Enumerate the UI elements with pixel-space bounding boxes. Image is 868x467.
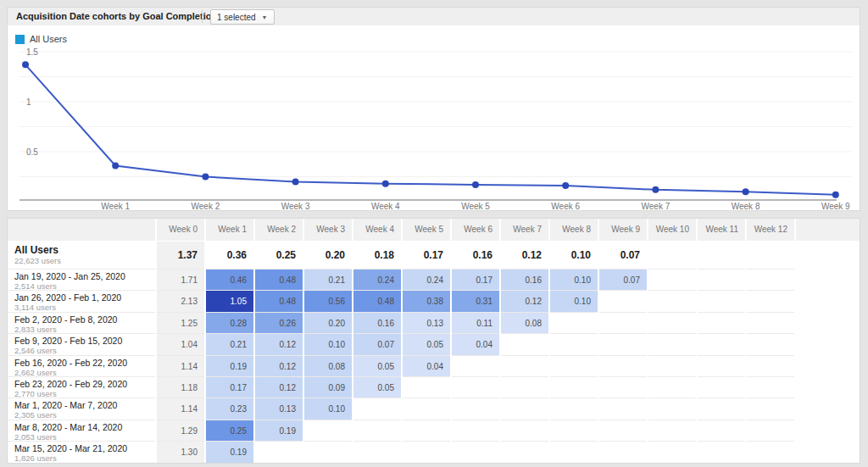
x-axis-tick-label: Week 4	[371, 202, 400, 210]
cohort-cell: 0.24	[353, 269, 401, 291]
cohort-cell	[550, 312, 598, 334]
x-axis-tick-label: Week 1	[101, 202, 130, 210]
data-point	[22, 61, 29, 68]
row-filler	[796, 269, 860, 291]
cohort-cell: 0.24	[403, 269, 450, 291]
cohort-cell: 1.05	[206, 290, 253, 312]
week-header: Week 12	[747, 219, 794, 241]
cohort-row: Mar 8, 2020 - Mar 14, 20202,053 users1.2…	[8, 420, 860, 441]
week-header: Week 7	[501, 219, 548, 241]
summary-cell: 0.10	[550, 242, 598, 269]
cohort-cell	[599, 420, 647, 442]
cohort-cell	[501, 420, 548, 442]
cohort-row: Feb 2, 2020 - Feb 8, 20202,833 users1.25…	[8, 312, 860, 333]
data-point	[652, 186, 659, 193]
x-axis-tick-label: Week 8	[732, 202, 760, 210]
series-line-all-users	[25, 64, 836, 194]
cohort-cell: 0.56	[304, 290, 352, 312]
cohort-row: Jan 26, 2020 - Feb 1, 20203,114 users2.1…	[8, 290, 860, 311]
cohort-cell	[403, 376, 450, 398]
summary-cell: 0.25	[255, 242, 303, 269]
cohort-cell	[353, 420, 401, 442]
cohort-row: Feb 9, 2020 - Feb 15, 20202,546 users1.0…	[8, 333, 860, 354]
x-axis-tick-label: Week 2	[192, 202, 220, 210]
cohort-cell: 0.19	[206, 441, 253, 463]
cohort-cell	[698, 269, 745, 291]
cohort-cell: 0.12	[255, 376, 303, 398]
cohort-cell	[550, 441, 598, 463]
cohort-user-count: 2,053 users	[14, 432, 155, 442]
table-header-row: Week 0Week 1Week 2Week 3Week 4Week 5Week…	[8, 219, 860, 241]
cohort-cell	[648, 420, 696, 442]
cohort-cell	[747, 312, 794, 334]
cohort-cell	[403, 441, 450, 463]
cohort-user-count: 3,114 users	[14, 303, 155, 312]
cohort-table-card: Week 0Week 1Week 2Week 3Week 4Week 5Week…	[7, 218, 860, 464]
cohort-cell: 0.16	[501, 269, 548, 291]
cohort-cell: 0.12	[501, 290, 548, 312]
segment-selector-button[interactable]: 1 selected ▼	[210, 9, 275, 25]
cohort-cell: 0.10	[550, 290, 598, 312]
cohort-cell	[747, 441, 794, 463]
cohort-cell: 1.30	[157, 441, 204, 463]
cohort-label-cell: Jan 19, 2020 - Jan 25, 20202,514 users	[8, 269, 155, 291]
cohort-cell	[698, 290, 745, 312]
cohort-cell	[403, 420, 450, 442]
cohort-cell	[452, 376, 499, 398]
y-axis-tick-label: 0.5	[26, 147, 38, 157]
cohort-cell	[648, 290, 696, 312]
cohort-label-cell: Feb 23, 2020 - Feb 29, 20202,770 users	[8, 376, 155, 398]
cohort-cell	[501, 441, 548, 463]
cohort-cell	[501, 376, 548, 398]
cohort-cell	[353, 398, 401, 420]
cohort-cell: 0.05	[403, 333, 450, 355]
cohort-line-chart: 0.511.5Week 1Week 2Week 3Week 4Week 5Wee…	[8, 25, 860, 210]
cohort-label-cell: Mar 15, 2020 - Mar 21, 20201,826 users	[8, 441, 155, 463]
summary-cell: 0.20	[304, 242, 352, 269]
cohort-cell	[550, 333, 598, 355]
page: { "card_header": { "title": "Acquisition…	[0, 0, 868, 467]
summary-cell: 1.37	[157, 242, 204, 269]
row-filler	[796, 441, 860, 463]
cohort-cell: 0.08	[304, 355, 352, 377]
row-filler	[796, 312, 860, 334]
cohort-row: Jan 19, 2020 - Jan 25, 20202,514 users1.…	[8, 269, 860, 290]
cohort-cell	[599, 290, 647, 312]
header-divider	[202, 10, 203, 23]
cohort-date-range: Jan 19, 2020 - Jan 25, 2020	[14, 271, 155, 281]
cohort-cell	[599, 398, 647, 420]
cohort-cell: 0.08	[501, 312, 548, 334]
cohort-cell: 0.11	[452, 312, 499, 334]
cohort-row: Mar 1, 2020 - Mar 7, 20202,305 users1.14…	[8, 398, 860, 419]
cohort-cell	[648, 333, 696, 355]
cohort-cell: 0.12	[255, 333, 303, 355]
cohort-row: Feb 23, 2020 - Feb 29, 20202,770 users1.…	[8, 376, 860, 398]
cohort-cell	[698, 441, 745, 463]
data-point	[562, 182, 569, 189]
cohort-cell	[550, 355, 598, 377]
cohort-cell: 0.05	[353, 355, 401, 377]
cohort-cell	[747, 420, 794, 442]
cohort-label-cell: Mar 1, 2020 - Mar 7, 20202,305 users	[8, 398, 155, 420]
week-header: Week 0	[157, 219, 204, 241]
cohort-user-count: 2,514 users	[14, 281, 155, 291]
cohort-cell	[501, 355, 548, 377]
summary-filler	[796, 242, 860, 269]
cohort-cell	[747, 398, 794, 420]
row-filler	[796, 290, 860, 312]
cohort-user-count: 1,826 users	[14, 453, 155, 463]
data-point	[202, 174, 209, 181]
row-filler	[796, 333, 860, 355]
cohort-cell	[747, 269, 794, 291]
data-point	[472, 181, 479, 188]
data-point	[292, 178, 299, 185]
cohort-date-range: Feb 16, 2020 - Feb 22, 2020	[14, 358, 155, 368]
y-axis-tick-label: 1.5	[26, 47, 38, 57]
summary-cell	[648, 242, 696, 269]
cohort-cell	[698, 398, 745, 420]
cohort-cell: 0.17	[452, 269, 499, 291]
segment-selector-label: 1 selected	[217, 13, 256, 22]
summary-cell: 0.36	[206, 242, 253, 269]
cohort-cell	[599, 333, 647, 355]
summary-cell	[747, 242, 794, 269]
